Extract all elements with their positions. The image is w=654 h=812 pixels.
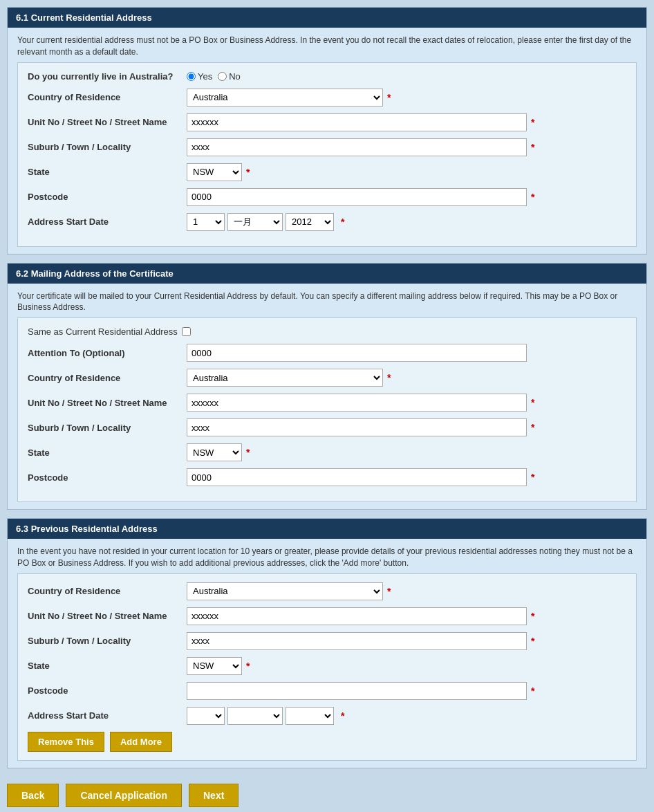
postcode-input-61[interactable]: [187, 188, 527, 206]
postcode-required-62: *: [531, 472, 534, 483]
suburb-required-63: *: [531, 636, 534, 647]
country-required-63: *: [387, 586, 391, 597]
state-row-63: State NSWVICQLDSAWATASNTACT *: [28, 657, 626, 675]
section-61: 6.1 Current Residential Address Your cur…: [7, 7, 647, 255]
postcode-control-61: *: [187, 188, 626, 206]
country-row-62: Country of Residence AustraliaUnited Sta…: [28, 369, 626, 387]
yes-radio[interactable]: [187, 72, 196, 81]
same-address-checkbox[interactable]: [182, 327, 191, 336]
country-control-63: AustraliaUnited StatesUnited KingdomNew …: [187, 582, 626, 600]
state-row-62: State NSWVICQLDSAWATASNTACT *: [28, 443, 626, 461]
country-control-61: Australia United States United Kingdom N…: [187, 89, 626, 107]
street-row-61: Unit No / Street No / Street Name *: [28, 113, 626, 131]
postcode-required-63: *: [531, 685, 534, 696]
street-control-63: *: [187, 607, 626, 625]
address-start-row-61: Address Start Date 12345101520253031 一月二…: [28, 213, 626, 231]
postcode-row-63: Postcode *: [28, 682, 626, 700]
suburb-control-62: *: [187, 418, 626, 436]
address-start-row-63: Address Start Date 1251015202531 一月二月三月四…: [28, 707, 626, 725]
attention-input[interactable]: [187, 344, 527, 362]
postcode-required-61: *: [531, 192, 534, 203]
section-61-form: Do you currently live in Australia? Yes …: [17, 62, 637, 247]
postcode-label-63: Postcode: [28, 685, 187, 696]
suburb-row-62: Suburb / Town / Locality *: [28, 418, 626, 436]
state-label-63: State: [28, 661, 187, 671]
country-control-62: AustraliaUnited StatesUnited KingdomNew …: [187, 369, 626, 387]
state-select-61[interactable]: NSWVICQLDSAWATASNTACT: [187, 163, 242, 181]
postcode-row-61: Postcode *: [28, 188, 626, 206]
date-year-select-63[interactable]: 20122011201020092008: [286, 707, 334, 725]
country-required-61: *: [387, 92, 391, 103]
address-start-control-63: 1251015202531 一月二月三月四月五月六月七月八月九月十月十一月十二月…: [187, 707, 626, 725]
country-label-63: Country of Residence: [28, 586, 187, 596]
add-more-button[interactable]: Add More: [110, 732, 172, 752]
suburb-required-62: *: [531, 422, 534, 433]
postcode-input-63[interactable]: [187, 682, 527, 700]
date-year-select-61[interactable]: 20122011201020092008: [286, 213, 334, 231]
street-row-63: Unit No / Street No / Street Name *: [28, 607, 626, 625]
street-label-63: Unit No / Street No / Street Name: [28, 611, 187, 621]
section-61-header: 6.1 Current Residential Address: [8, 8, 646, 28]
street-input-62[interactable]: [187, 394, 527, 412]
state-control-62: NSWVICQLDSAWATASNTACT *: [187, 443, 626, 461]
suburb-required-61: *: [531, 142, 534, 153]
suburb-input-63[interactable]: [187, 632, 527, 650]
same-address-row: Same as Current Residential Address: [28, 326, 626, 337]
suburb-label-62: Suburb / Town / Locality: [28, 423, 187, 433]
next-button[interactable]: Next: [189, 784, 239, 807]
street-required-61: *: [531, 117, 534, 128]
cancel-button[interactable]: Cancel Application: [66, 784, 182, 807]
address-start-label-61: Address Start Date: [28, 216, 187, 227]
date-required-61: *: [341, 216, 344, 228]
country-select-61[interactable]: Australia United States United Kingdom N…: [187, 89, 383, 107]
state-label-61: State: [28, 167, 187, 177]
street-required-63: *: [531, 611, 534, 622]
state-control-63: NSWVICQLDSAWATASNTACT *: [187, 657, 626, 675]
back-button[interactable]: Back: [7, 784, 59, 807]
state-row-61: State NSWVICQLDSAWATASNTACT *: [28, 163, 626, 181]
section-62: 6.2 Mailing Address of the Certificate Y…: [7, 263, 647, 510]
attention-label: Attention To (Optional): [28, 348, 187, 358]
section-63-form: Country of Residence AustraliaUnited Sta…: [17, 573, 637, 761]
postcode-input-62[interactable]: [187, 468, 527, 486]
state-select-62[interactable]: NSWVICQLDSAWATASNTACT: [187, 443, 242, 461]
suburb-row-61: Suburb / Town / Locality *: [28, 138, 626, 156]
no-radio-label[interactable]: No: [218, 71, 241, 82]
state-select-63[interactable]: NSWVICQLDSAWATASNTACT: [187, 657, 242, 675]
postcode-label-61: Postcode: [28, 192, 187, 202]
state-label-62: State: [28, 447, 187, 458]
live-australia-row: Do you currently live in Australia? Yes …: [28, 71, 626, 82]
street-required-62: *: [531, 397, 534, 408]
attention-row: Attention To (Optional): [28, 344, 626, 362]
country-label-62: Country of Residence: [28, 373, 187, 383]
suburb-input-62[interactable]: [187, 418, 527, 436]
country-row-63: Country of Residence AustraliaUnited Sta…: [28, 582, 626, 600]
state-required-61: *: [246, 167, 250, 178]
date-day-select-63[interactable]: 1251015202531: [187, 707, 225, 725]
no-radio[interactable]: [218, 72, 227, 81]
section-63: 6.3 Previous Residential Address In the …: [7, 518, 647, 768]
suburb-input-61[interactable]: [187, 138, 527, 156]
street-input-63[interactable]: [187, 607, 527, 625]
bottom-navigation: Back Cancel Application Next: [7, 777, 647, 812]
street-input-61[interactable]: [187, 113, 527, 131]
section-63-buttons: Remove This Add More: [28, 732, 626, 752]
yes-radio-label[interactable]: Yes: [187, 71, 212, 82]
country-required-62: *: [387, 372, 391, 383]
suburb-label-61: Suburb / Town / Locality: [28, 142, 187, 152]
street-label-62: Unit No / Street No / Street Name: [28, 398, 187, 408]
country-select-63[interactable]: AustraliaUnited StatesUnited KingdomNew …: [187, 582, 383, 600]
same-address-label[interactable]: Same as Current Residential Address: [28, 326, 191, 337]
address-start-label-63: Address Start Date: [28, 710, 187, 721]
attention-control: [187, 344, 626, 362]
street-control-61: *: [187, 113, 626, 131]
section-63-info: In the event you have not resided in you…: [17, 546, 637, 569]
date-day-select-61[interactable]: 12345101520253031: [187, 213, 225, 231]
country-select-62[interactable]: AustraliaUnited StatesUnited KingdomNew …: [187, 369, 383, 387]
date-month-select-61[interactable]: 一月二月三月四月五月六月七月八月九月十月十一月十二月: [227, 213, 283, 231]
state-required-62: *: [246, 447, 250, 458]
date-month-select-63[interactable]: 一月二月三月四月五月六月七月八月九月十月十一月十二月: [227, 707, 283, 725]
street-row-62: Unit No / Street No / Street Name *: [28, 394, 626, 412]
remove-button[interactable]: Remove This: [28, 732, 104, 752]
section-63-header: 6.3 Previous Residential Address: [8, 519, 646, 539]
